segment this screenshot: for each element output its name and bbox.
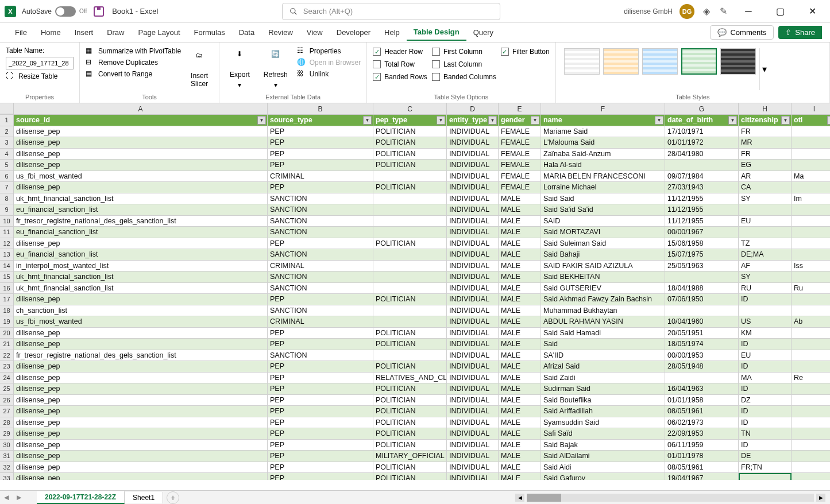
cell[interactable]: 16/04/1963 [665, 383, 739, 395]
cell[interactable]: Said AlDailami [541, 451, 665, 462]
cell[interactable]: SANCTION [268, 350, 373, 362]
cell[interactable]: INDIVIDUAL [447, 249, 499, 261]
cell[interactable]: Afrizal Said [541, 361, 665, 373]
cell[interactable]: POLITICIAN [373, 440, 447, 451]
cell[interactable]: dilisense_pep [14, 238, 268, 250]
cell[interactable]: FEMALE [499, 137, 541, 149]
cell[interactable] [373, 193, 447, 205]
cell[interactable]: ID [739, 440, 792, 451]
cell[interactable]: POLITICIAN [373, 473, 447, 480]
cell[interactable]: POLITICIAN [373, 339, 447, 350]
tab-view[interactable]: View [300, 25, 330, 40]
cell[interactable]: POLITICIAN [373, 383, 447, 395]
cell[interactable]: Ab [792, 316, 830, 328]
cell[interactable]: INDIVIDUAL [447, 261, 499, 272]
row-header[interactable]: 21 [0, 339, 14, 350]
cell[interactable]: 01/01/1972 [665, 137, 739, 149]
cell[interactable]: MALE [499, 451, 541, 462]
cell[interactable]: INDIVIDUAL [447, 383, 499, 395]
cell[interactable]: 17/10/1971 [665, 126, 739, 138]
column-header-B[interactable]: B [268, 103, 373, 114]
cell[interactable] [665, 160, 739, 171]
cell[interactable]: Said Aidi [541, 462, 665, 474]
cell[interactable]: MA [739, 373, 792, 384]
row-header[interactable]: 16 [0, 283, 14, 294]
table-header-source_id[interactable]: source_id▼ [14, 115, 268, 126]
table-name-input[interactable] [6, 57, 74, 69]
cell[interactable]: ID [739, 294, 792, 305]
cell[interactable] [373, 305, 447, 317]
cell[interactable]: dilisense_pep [14, 373, 268, 384]
row-header[interactable]: 5 [0, 160, 14, 171]
cell[interactable]: Said MORTAZAVI [541, 227, 665, 238]
cell[interactable]: PEP [268, 294, 373, 305]
cell[interactable]: TZ [739, 238, 792, 250]
column-header-I[interactable]: I [792, 103, 830, 114]
add-sheet-button[interactable]: + [167, 491, 179, 504]
row-header[interactable]: 23 [0, 361, 14, 373]
style-swatch-light[interactable] [564, 48, 600, 75]
cell[interactable] [792, 182, 830, 193]
avatar[interactable]: DG [680, 4, 694, 19]
cell[interactable]: Sudirman Said [541, 383, 665, 395]
cell[interactable]: 00/00/1953 [665, 350, 739, 362]
cell[interactable]: INDIVIDUAL [447, 283, 499, 294]
cell[interactable]: AR [739, 171, 792, 183]
cell[interactable]: MALE [499, 383, 541, 395]
cell[interactable]: dilisense_pep [14, 395, 268, 406]
comments-button[interactable]: 💬 Comments [710, 25, 774, 40]
cell[interactable]: INDIVIDUAL [447, 395, 499, 406]
cell[interactable] [792, 216, 830, 227]
cell[interactable] [373, 171, 447, 183]
cell[interactable]: fr_tresor_registre_national_des_gels_san… [14, 350, 268, 362]
cell[interactable]: Said GUTSERIEV [541, 283, 665, 294]
cell[interactable]: POLITICIAN [373, 160, 447, 171]
horizontal-scrollbar[interactable]: ◀ ▶ [179, 494, 830, 502]
cell[interactable]: Re [792, 373, 830, 384]
cell[interactable] [792, 149, 830, 160]
cell[interactable]: MALE [499, 283, 541, 294]
cell[interactable] [792, 294, 830, 305]
search-input[interactable]: Search (Alt+Q) [282, 3, 500, 20]
cell[interactable] [792, 406, 830, 417]
cell[interactable]: CRIMINAL [268, 171, 373, 183]
sheet-nav-prev[interactable]: ◀ [0, 494, 13, 501]
cell[interactable]: FR;TN [739, 462, 792, 474]
cell[interactable]: SANCTION [268, 227, 373, 238]
row-header[interactable]: 15 [0, 272, 14, 283]
cell[interactable]: dilisense_pep [14, 149, 268, 160]
cell[interactable]: us_fbi_most_wanted [14, 171, 268, 183]
filter-dropdown-icon[interactable]: ▼ [437, 116, 445, 125]
cell[interactable]: Muhammad Bukhaytan [541, 305, 665, 317]
column-header-G[interactable]: G [665, 103, 739, 114]
cell[interactable]: MALE [499, 216, 541, 227]
cell[interactable]: dilisense_pep [14, 126, 268, 138]
tab-draw[interactable]: Draw [100, 25, 131, 40]
cell[interactable]: dilisense_pep [14, 383, 268, 395]
cell[interactable]: Said Zaidi [541, 373, 665, 384]
cell[interactable] [792, 238, 830, 250]
cell[interactable]: POLITICIAN [373, 417, 447, 429]
cell[interactable]: uk_hmt_financial_sanction_list [14, 283, 268, 294]
cell[interactable]: dilisense_pep [14, 406, 268, 417]
row-header[interactable]: 22 [0, 350, 14, 362]
sheet-tab-sheet1[interactable]: Sheet1 [125, 492, 163, 503]
cell[interactable]: PEP [268, 182, 373, 193]
table-header-source_type[interactable]: source_type▼ [268, 115, 373, 126]
cell[interactable]: FR [739, 126, 792, 138]
cell[interactable]: SAID [541, 216, 665, 227]
cell[interactable]: MALE [499, 350, 541, 362]
filter-dropdown-icon[interactable]: ▼ [827, 116, 830, 125]
filter-dropdown-icon[interactable]: ▼ [488, 116, 497, 125]
cell[interactable]: INDIVIDUAL [447, 428, 499, 440]
cell[interactable]: Said [541, 339, 665, 350]
table-header-date_of_birth[interactable]: date_of_birth▼ [665, 115, 739, 126]
banded-columns-checkbox[interactable]: Banded Columns [432, 71, 496, 83]
row-header[interactable]: 26 [0, 395, 14, 406]
cell[interactable]: 20/05/1951 [665, 328, 739, 339]
cell[interactable] [373, 204, 447, 216]
cell[interactable]: PEP [268, 451, 373, 462]
row-header[interactable]: 4 [0, 149, 14, 160]
cell[interactable]: POLITICIAN [373, 294, 447, 305]
cell[interactable]: PEP [268, 238, 373, 250]
